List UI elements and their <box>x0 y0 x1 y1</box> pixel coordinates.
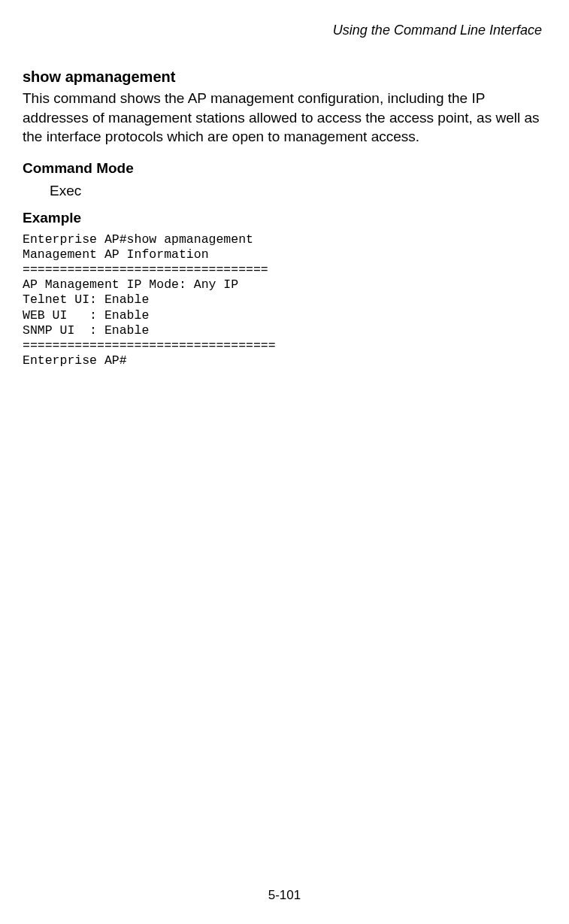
example-label: Example <box>23 210 546 226</box>
command-mode-value: Exec <box>50 183 546 199</box>
page-number: 5-101 <box>0 888 569 903</box>
section-description: This command shows the AP management con… <box>23 89 546 147</box>
example-content: Enterprise AP#show apmanagement Manageme… <box>23 232 546 368</box>
section-title: show apmanagement <box>23 68 546 86</box>
command-mode-label: Command Mode <box>23 160 546 177</box>
chapter-title: Using the Command Line Interface <box>23 23 546 38</box>
